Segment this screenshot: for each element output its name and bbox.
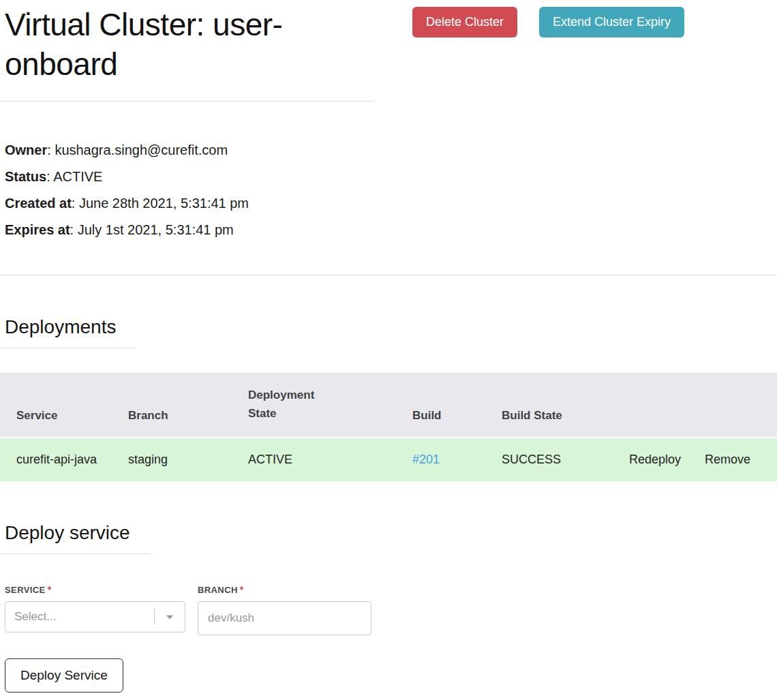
table-header-service-label: Service [16,409,58,422]
branch-field-group: BRANCH* [198,584,371,635]
deployments-heading: Deployments [0,316,135,348]
table-row: curefit-api-java staging ACTIVE #201 SUC… [0,438,777,481]
cell-redeploy: Redeploy [621,438,697,481]
info-owner: Owner: kushagra.singh@curefit.com [5,137,777,164]
deploy-service-section: Deploy service SERVICE* Select... BRANCH… [0,481,777,693]
info-expires-at: Expires at: July 1st 2021, 5:31:41 pm [5,217,777,243]
deploy-service-button[interactable]: Deploy Service [5,658,123,693]
cell-remove: Remove [697,438,777,481]
table-header-build-label: Build [412,409,442,422]
service-select[interactable]: Select... [5,601,185,633]
info-created-at: Created at: June 28th 2021, 5:31:41 pm [5,190,777,217]
deployments-section: Deployments Service Branch Deployment St… [0,275,777,481]
table-header-remove [697,373,777,438]
table-header-build: Build [404,373,493,438]
cell-service: curefit-api-java [0,438,120,481]
chevron-down-icon [164,611,176,623]
redeploy-action[interactable]: Redeploy [629,453,681,466]
branch-label: BRANCH* [198,584,371,595]
info-status-value: ACTIVE [53,169,102,184]
info-separator: : [70,222,78,237]
info-separator: : [47,142,55,157]
table-header-row: Service Branch Deployment State Build Bu… [0,373,777,438]
cell-deployment-state: ACTIVE [240,438,404,481]
table-header-deployment-state-label: Deployment State [248,386,329,423]
table-header-build-state: Build State [493,373,621,438]
service-select-placeholder: Select... [14,610,56,624]
branch-label-text: BRANCH [198,585,238,595]
remove-action[interactable]: Remove [705,453,750,466]
page-header: Virtual Cluster: user-onboard Delete Clu… [0,5,777,102]
table-header-build-state-label: Build State [502,409,562,422]
cell-build-state: SUCCESS [493,438,621,481]
table-header-redeploy [621,373,697,438]
build-link[interactable]: #201 [412,453,440,466]
info-created-at-value: June 28th 2021, 5:31:41 pm [79,196,249,211]
table-header-branch: Branch [120,373,240,438]
info-owner-label: Owner [5,142,47,157]
cell-branch: staging [120,438,240,481]
cluster-info: Owner: kushagra.singh@curefit.com Status… [0,137,777,243]
table-header-service: Service [0,373,120,438]
info-status-label: Status [5,169,46,184]
info-expires-at-value: July 1st 2021, 5:31:41 pm [78,222,234,237]
deploy-service-form: SERVICE* Select... BRANCH* [0,584,777,635]
info-expires-at-label: Expires at [5,222,70,237]
title-column: Virtual Cluster: user-onboard [0,5,374,102]
branch-required-marker: * [240,584,244,595]
service-label: SERVICE* [5,584,185,595]
service-required-marker: * [48,584,52,595]
virtual-cluster-page: Virtual Cluster: user-onboard Delete Clu… [0,0,777,700]
deployments-table-body: curefit-api-java staging ACTIVE #201 SUC… [0,438,777,481]
branch-input[interactable] [198,601,371,635]
deployments-table: Service Branch Deployment State Build Bu… [0,373,777,481]
cell-build: #201 [404,438,493,481]
service-label-text: SERVICE [5,585,46,595]
table-header-deployment-state: Deployment State [240,373,404,438]
deploy-service-heading: Deploy service [0,522,149,554]
info-created-at-label: Created at [5,196,72,211]
table-header-branch-label: Branch [128,409,168,422]
select-indicator-divider [154,609,155,625]
select-indicators [154,609,185,625]
service-field-group: SERVICE* Select... [5,584,185,635]
page-title: Virtual Cluster: user-onboard [0,5,374,85]
info-status: Status: ACTIVE [5,164,777,190]
info-separator: : [46,169,53,184]
delete-cluster-button[interactable]: Delete Cluster [412,7,517,37]
cluster-actions: Delete Cluster Extend Cluster Expiry [412,7,684,37]
extend-cluster-expiry-button[interactable]: Extend Cluster Expiry [539,7,684,37]
title-divider [0,101,374,102]
deployments-table-head: Service Branch Deployment State Build Bu… [0,373,777,438]
info-separator: : [72,196,79,211]
info-owner-value: kushagra.singh@curefit.com [55,142,228,157]
